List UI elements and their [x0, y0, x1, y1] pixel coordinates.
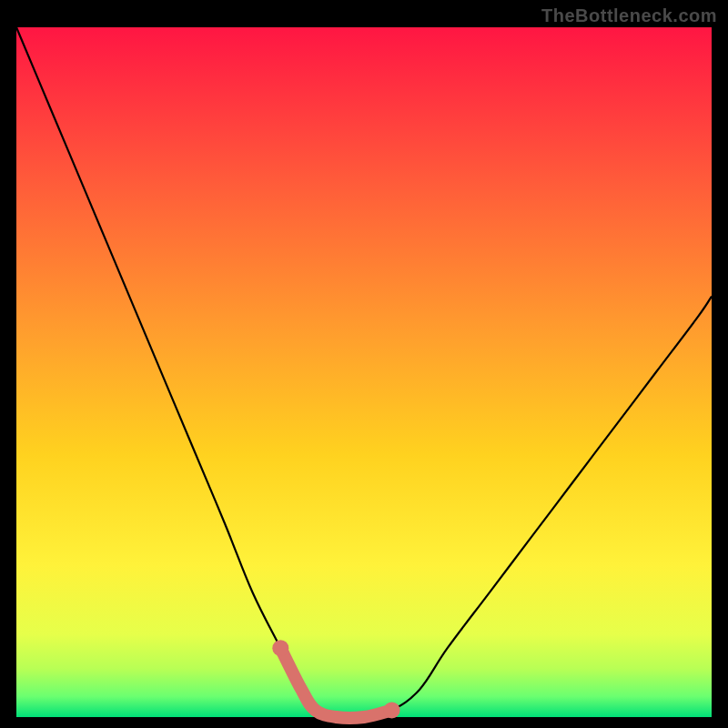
plot-background: [16, 27, 712, 717]
watermark-text: TheBottleneck.com: [541, 5, 717, 26]
chart-stage: TheBottleneck.com: [0, 0, 728, 728]
highlight-endpoint: [272, 640, 288, 656]
highlight-endpoint: [384, 702, 400, 718]
bottleneck-chart: [0, 0, 728, 728]
